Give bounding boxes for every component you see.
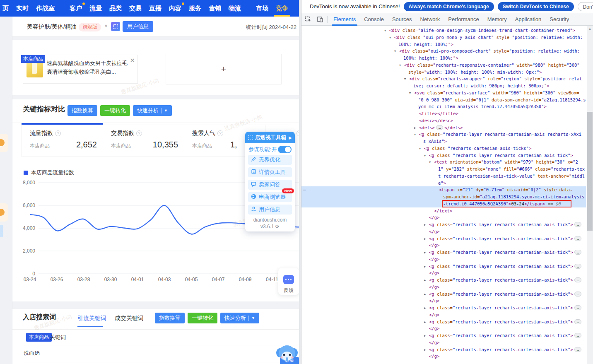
toolbox-item-电商浏览器[interactable]: 电商浏览器New xyxy=(248,192,292,202)
dom-node-line[interactable]: ▼<svg class="recharts-surface" width="98… xyxy=(301,89,586,96)
nav-item-实时[interactable]: 实时 xyxy=(16,0,29,17)
dom-node-line[interactable]: </g> xyxy=(301,311,586,318)
elephant-mascot-icon[interactable] xyxy=(275,344,299,363)
dom-node-line[interactable]: 1" y="282" stroke="none" fill="#666" cla… xyxy=(301,166,586,173)
dom-node-line[interactable]: </g> xyxy=(301,284,586,291)
expand-ellipsis-button[interactable]: … xyxy=(574,222,581,227)
toolbox-item-用户信息[interactable]: 用户信息 xyxy=(248,205,292,215)
dom-node-line[interactable]: ▼<g class="recharts-layer recharts-carte… xyxy=(301,131,586,138)
expand-ellipsis-button[interactable]: … xyxy=(574,305,581,310)
expanded-arrow-icon[interactable]: ▼ xyxy=(384,27,386,34)
collapse-arrow-icon[interactable]: ▶ xyxy=(289,135,292,140)
collapsed-arrow-icon[interactable]: ▶ xyxy=(424,277,426,284)
expand-ellipsis-button[interactable]: … xyxy=(574,264,581,269)
add-compare-product-button[interactable]: + xyxy=(166,54,282,84)
dom-node-line[interactable]: ▶<g class="recharts-layer recharts-carte… xyxy=(301,221,586,228)
nav-item-页[interactable]: 页 xyxy=(2,0,9,17)
dom-node-line[interactable]: ▶<defs>…</defs> xyxy=(301,124,586,131)
action-button-2[interactable]: 一键转化 xyxy=(100,105,130,116)
expand-ellipsis-button[interactable]: … xyxy=(574,333,581,338)
expanded-arrow-icon[interactable]: ▼ xyxy=(414,131,416,138)
dom-node-line[interactable]: ▼<g class="recharts-layer recharts-carte… xyxy=(301,152,586,159)
nav-item-服务[interactable]: 服务 xyxy=(189,0,201,17)
devtools-tab-security[interactable]: Security xyxy=(545,13,573,26)
dom-node-line[interactable]: ▶<g class="recharts-layer recharts-carte… xyxy=(301,332,586,339)
expand-ellipsis-button[interactable]: … xyxy=(574,236,581,241)
node-menu-dots-icon[interactable]: ⋯ xyxy=(303,186,306,193)
expand-ellipsis-button[interactable]: … xyxy=(574,277,581,282)
selected-dom-node[interactable]: -trend.i0.447050a5Q2A3S0">03-24</tspan> … xyxy=(301,200,586,207)
selected-dom-node[interactable]: spm-anchor-id="a21ag.11815294.sycm-mc-ci… xyxy=(301,193,586,200)
nav-item-客户[interactable]: 客户 xyxy=(70,0,82,17)
toolbox-item-无界优化[interactable]: 无界优化 xyxy=(248,155,292,165)
help-icon[interactable]: ? xyxy=(136,130,142,136)
nav-item-流量[interactable]: 流量 xyxy=(89,0,102,17)
toolbox-header[interactable]: 店透视工具箱 ▶ xyxy=(245,132,295,143)
scrollbar-thumb[interactable] xyxy=(587,112,593,231)
dom-node-line[interactable]: ▼<div class="recharts-responsive-contain… xyxy=(301,62,586,69)
dom-node-line[interactable]: ▶<g class="recharts-layer recharts-carte… xyxy=(301,304,586,311)
dom-node-line[interactable]: </g> xyxy=(301,242,586,249)
dom-node-line[interactable]: </text> xyxy=(301,207,586,215)
nav-item-内容[interactable]: 内容 xyxy=(169,0,181,17)
expand-ellipsis-button[interactable]: … xyxy=(436,125,443,130)
collapsed-arrow-icon[interactable]: ▶ xyxy=(424,263,426,270)
nav-item-竞争[interactable]: 竞争 xyxy=(276,0,288,17)
dom-node-line[interactable]: ycm-mc-ci-item-analysis-trend.i2.447050a… xyxy=(301,103,586,110)
diantoushi-logo-icon[interactable] xyxy=(111,22,120,31)
toolbox-domain[interactable]: diantoushi.com xyxy=(245,217,295,223)
nav-item-物流[interactable]: 物流 xyxy=(229,0,241,17)
collapsed-arrow-icon[interactable]: ▶ xyxy=(414,125,416,132)
devtools-scrollbar[interactable]: ▲ xyxy=(587,26,593,364)
collapsed-arrow-icon[interactable]: ▶ xyxy=(424,333,426,340)
dom-node-line[interactable]: </g> xyxy=(301,353,586,360)
devtools-tab-sources[interactable]: Sources xyxy=(388,13,416,26)
dom-node-line[interactable]: </g> xyxy=(301,325,586,332)
devtools-tab-network[interactable]: Network xyxy=(416,13,444,26)
dont-show-again-button[interactable]: Don't show again xyxy=(578,2,593,11)
action-button-1[interactable]: 指数换算 xyxy=(67,105,97,116)
collapsed-arrow-icon[interactable]: ▶ xyxy=(424,305,426,312)
dom-node-line[interactable]: ▶<g class="recharts-layer recharts-carte… xyxy=(301,235,586,242)
expanded-arrow-icon[interactable]: ▼ xyxy=(394,48,396,55)
nav-item-作战室[interactable]: 作战室 xyxy=(36,0,55,17)
devtools-tab-memory[interactable]: Memory xyxy=(483,13,511,26)
user-info-button[interactable]: 用户信息 xyxy=(123,21,153,32)
devtools-tab-console[interactable]: Console xyxy=(360,13,388,26)
dom-node-line[interactable]: ive; cursor: default; width: 980px; heig… xyxy=(301,82,586,89)
collapsed-arrow-icon[interactable]: ▶ xyxy=(424,291,426,298)
nav-item-品类[interactable]: 品类 xyxy=(109,0,122,17)
collapsed-arrow-icon[interactable]: ▶ xyxy=(424,236,426,243)
help-icon[interactable]: ? xyxy=(55,130,61,136)
dom-node-line[interactable]: t recharts-cartesian-axis-tick-value" te… xyxy=(301,173,586,180)
dom-node-line[interactable]: ▶<g class="recharts-layer recharts-carte… xyxy=(301,318,586,325)
devtools-tab-elements[interactable]: Elements xyxy=(329,13,360,26)
expand-ellipsis-button[interactable]: … xyxy=(574,292,581,297)
dom-node-line[interactable]: s xAxis"> xyxy=(301,138,586,145)
dom-node-line[interactable]: ▼<text orientation="bottom" width="979" … xyxy=(301,159,586,166)
expanded-arrow-icon[interactable]: ▼ xyxy=(419,145,421,152)
dom-node-line[interactable]: 100%; height: 100%;"> xyxy=(301,55,586,62)
tab-traffic-keywords[interactable]: 引流关键词 xyxy=(77,315,106,322)
nav-item-直播[interactable]: 直播 xyxy=(149,0,162,17)
expanded-arrow-icon[interactable]: ▼ xyxy=(404,76,406,83)
toolbox-item-详情页工具[interactable]: 详情页工具 xyxy=(248,167,292,177)
assistant-toggle[interactable] xyxy=(278,146,292,153)
dom-node-line[interactable]: ▶<g class="recharts-layer recharts-carte… xyxy=(301,249,586,256)
expand-ellipsis-button[interactable]: … xyxy=(574,347,581,352)
devtools-tab-performance[interactable]: Performance xyxy=(444,13,483,26)
dom-node-line[interactable]: 100%; height: 100%;"> xyxy=(301,41,586,48)
expanded-arrow-icon[interactable]: ▼ xyxy=(424,152,426,159)
dom-node-line[interactable]: ▼<div class="recharts-wrapper" role="reg… xyxy=(301,75,586,82)
expanded-arrow-icon[interactable]: ▼ xyxy=(429,159,431,166)
action-button-1[interactable]: 指数换算 xyxy=(155,313,185,323)
expand-ellipsis-button[interactable]: … xyxy=(574,250,581,255)
expand-ellipsis-button[interactable]: … xyxy=(574,319,581,324)
match-language-button[interactable]: Always match Chrome's language xyxy=(404,2,494,11)
help-icon[interactable]: ? xyxy=(217,130,223,136)
tab-deal-keywords[interactable]: 成交关键词 xyxy=(115,315,144,322)
dom-node-line[interactable]: </g> xyxy=(301,214,586,221)
floating-widget-icon[interactable] xyxy=(0,203,8,222)
nav-item-交易[interactable]: 交易 xyxy=(129,0,142,17)
dom-node-line[interactable]: ▼<div class="alife-one-design-sycm-index… xyxy=(301,27,586,34)
